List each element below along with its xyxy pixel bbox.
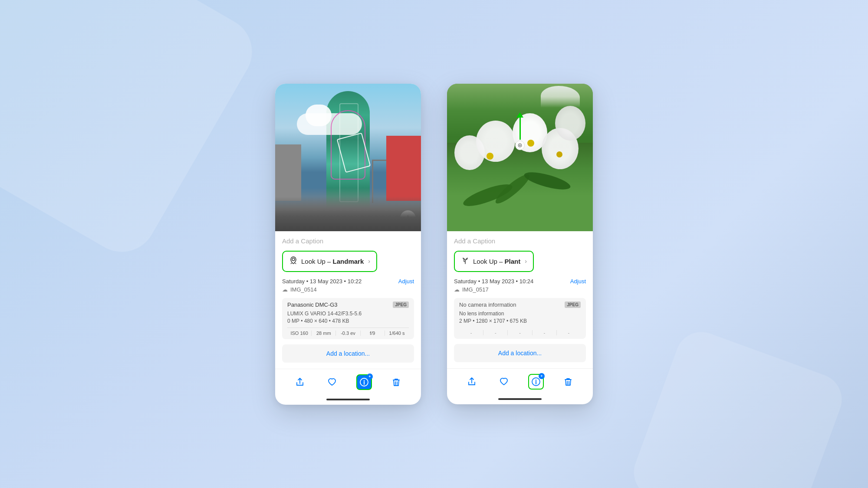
camera-settings-1: ISO 160 28 mm -0.3 ev f/9 1/640 s [287,328,409,336]
info-badge-1: + [367,373,373,380]
camera-lens-1: LUMIX G VARIO 14-42/F3.5-5.6 [287,311,409,317]
camera-name-1: Panasonic DMC-G3 [287,301,338,308]
phone-card-2: Add a Caption Look Up – Plant › Saturday [447,84,593,404]
svg-point-0 [292,258,295,261]
dash-2: - [483,330,508,335]
dash-5: - [557,330,581,335]
camera-header-2: No camera information JPEG [459,301,581,308]
dashes-row: - - - - - [459,328,581,335]
info-panel-1: Add a Caption Look Up – Landmark › Satur… [275,231,421,363]
camera-info-1: Panasonic DMC-G3 JPEG LUMIX G VARIO 14-4… [282,298,414,339]
share-btn-2[interactable] [464,374,480,390]
meta-row-2: Saturday • 13 May 2023 • 10:24 Adjust [454,278,586,285]
meta-row-1: Saturday • 13 May 2023 • 10:22 Adjust [282,278,414,285]
trash-btn-2[interactable] [560,374,576,390]
home-indicator-1 [326,399,370,400]
adjust-btn-2[interactable]: Adjust [570,278,586,285]
meta-date-1: Saturday • 13 May 2023 • 10:22 [282,278,362,285]
plant-icon [461,256,470,267]
home-indicator-2 [498,398,542,400]
meta-filename-1: ☁ IMG_0514 [282,286,414,293]
landmark-icon [289,256,298,267]
info-badge-2: + [539,373,545,379]
cloud-icon-1: ☁ [282,286,288,293]
setting-iso: ISO 160 [287,331,312,336]
camera-header-1: Panasonic DMC-G3 JPEG [287,301,409,308]
camera-name-2: No camera information [459,301,516,308]
chevron-icon-1: › [368,258,370,265]
add-location-btn-1[interactable]: Add a location... [282,344,414,363]
heart-btn-2[interactable] [496,374,512,390]
setting-aperture: f/9 [361,331,385,336]
camera-specs-2: 2 MP • 1280 × 1707 • 675 KB [459,318,581,324]
meta-date-2: Saturday • 13 May 2023 • 10:24 [454,278,533,285]
toolbar-1: + [275,369,421,397]
share-btn-1[interactable] [292,374,308,390]
add-location-btn-2[interactable]: Add a location... [454,344,586,362]
setting-focal: 28 mm [312,331,336,336]
dash-3: - [508,330,532,335]
lookup-landmark-btn[interactable]: Look Up – Landmark › [282,251,377,272]
chevron-icon-2: › [525,258,527,265]
setting-shutter: 1/640 s [385,331,409,336]
photo-flowers [447,84,593,231]
meta-filename-2: ☁ IMG_0517 [454,286,586,293]
caption-input-2[interactable]: Add a Caption [454,236,586,246]
photo-building [275,84,421,231]
caption-input-1[interactable]: Add a Caption [282,236,414,246]
dash-1: - [459,330,483,335]
format-badge-2: JPEG [565,301,581,308]
cloud-icon-2: ☁ [454,286,460,293]
trash-btn-1[interactable] [388,374,404,390]
phones-container: Add a Caption Look Up – Landmark › Satur… [275,84,593,405]
camera-specs-1: 0 MP • 480 × 640 • 478 KB [287,318,409,324]
info-btn-2[interactable]: + [528,374,544,390]
camera-lens-2: No lens information [459,311,581,317]
info-btn-1[interactable]: + [356,374,372,390]
adjust-btn-1[interactable]: Adjust [398,278,414,285]
lookup-plant-btn[interactable]: Look Up – Plant › [454,251,534,272]
info-panel-2: Add a Caption Look Up – Plant › Saturday [447,231,593,362]
download-overlay-btn[interactable] [400,210,416,226]
format-badge-1: JPEG [393,301,409,308]
phone-card-1: Add a Caption Look Up – Landmark › Satur… [275,84,421,405]
setting-ev: -0.3 ev [336,331,360,336]
lookup-label-2: Look Up – Plant [473,258,520,265]
toolbar-2: + [447,368,593,396]
lookup-label-1: Look Up – Landmark [301,258,364,265]
heart-btn-1[interactable] [324,374,340,390]
dash-4: - [533,330,557,335]
camera-info-2: No camera information JPEG No lens infor… [454,298,586,339]
